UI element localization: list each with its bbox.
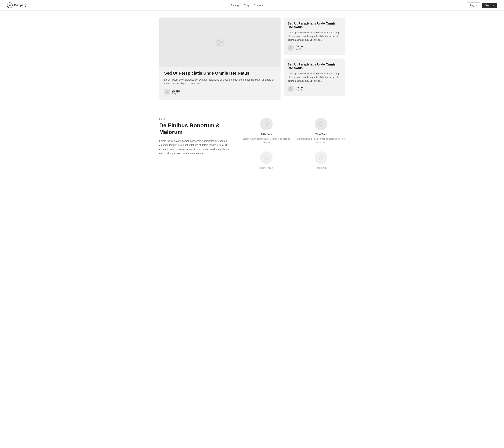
feature-desc-two: Lorem ipsum dolor sit amet, consect adip… (297, 137, 345, 144)
svg-marker-5 (264, 121, 269, 126)
avatar-icon (289, 87, 292, 91)
nav-link-blog[interactable]: Blog (244, 4, 249, 7)
star-icon (318, 155, 324, 160)
side-card-1-avatar (288, 44, 294, 51)
feature-icon-circle-four (315, 151, 327, 164)
feature-icon-circle-three (260, 151, 273, 164)
brand-name: Company (14, 4, 27, 7)
svg-marker-8 (319, 155, 324, 160)
hero-main-avatar (164, 89, 170, 95)
hero-main-card[interactable]: Sed Ut Perspiciatis Unde Omnis Iste Natu… (159, 18, 281, 100)
nav-link-pricing[interactable]: Pricing (231, 4, 239, 7)
hero-main-author-name: Author (172, 89, 180, 92)
feature-icon-circle-two (315, 118, 327, 130)
feature-item-title-four: Title Four (297, 151, 345, 171)
feature-icon-circle-one (260, 118, 273, 130)
hero-main-author-row: Author May 2 (164, 89, 276, 95)
star-icon (264, 121, 269, 127)
navbar: © Company Pricing Blog Contact Log In Si… (0, 0, 504, 11)
features-grid: Title One Lorem ipsum dolor sit amet, co… (243, 118, 345, 171)
features-title: De Finibus Bonorum & Malorum (159, 122, 232, 136)
hero-card-content: Sed Ut Perspiciatis Unde Omnis Iste Natu… (159, 67, 281, 100)
star-icon (318, 121, 324, 127)
hero-image-placeholder (159, 18, 281, 67)
avatar-icon (289, 46, 292, 49)
star-icon (264, 155, 269, 160)
side-card-1-author-info: Author May 2 (296, 45, 304, 50)
brand[interactable]: © Company (7, 2, 27, 8)
feature-title-one: Title One (261, 133, 272, 136)
side-card-1[interactable]: Sed Ut Perspiciatis Unde Omnis Iste Natu… (284, 18, 345, 55)
hero-card-title: Sed Ut Perspiciatis Unde Omnis Iste Natu… (164, 71, 276, 76)
side-cards: Sed Ut Perspiciatis Unde Omnis Iste Natu… (284, 18, 345, 100)
side-card-2[interactable]: Sed Ut Perspiciatis Unde Omnis Iste Natu… (284, 58, 345, 96)
svg-marker-6 (319, 121, 324, 126)
features-desc: Lorem ipsum dolor sit amet, consectetur … (159, 139, 232, 156)
side-card-2-author-row: Author Apr 29 (288, 86, 341, 92)
side-card-1-author-row: Author May 2 (288, 44, 341, 51)
side-card-2-author-name: Author (296, 86, 304, 89)
feature-item-title-one: Title One Lorem ipsum dolor sit amet, co… (243, 118, 290, 144)
features-label: Label (159, 118, 232, 120)
feature-title-three: Title Three (260, 166, 273, 169)
side-card-2-author-info: Author Apr 29 (296, 86, 304, 91)
avatar-icon (165, 90, 169, 94)
feature-item-title-three: Title Three (243, 151, 290, 171)
side-card-1-title: Sed Ut Perspiciatis Unde Omnis Iste Natu… (288, 22, 341, 29)
login-button[interactable]: Log In (467, 2, 480, 8)
feature-title-two: Title Two (315, 133, 326, 136)
signup-button[interactable]: Sign Up (482, 3, 497, 8)
brand-icon: © (7, 2, 13, 8)
side-card-1-author-name: Author (296, 45, 304, 48)
hero-main-author-info: Author May 2 (172, 89, 180, 95)
features-text: Label De Finibus Bonorum & Malorum Lorem… (159, 118, 232, 156)
side-card-2-desc: Lorem ipsum dolor sit amet, consectetur … (288, 72, 341, 83)
svg-point-4 (290, 87, 291, 89)
svg-point-2 (167, 91, 168, 92)
feature-item-title-two: Title Two Lorem ipsum dolor sit amet, co… (297, 118, 345, 144)
feature-desc-one: Lorem ipsum dolor sit amet, consect adip… (243, 137, 290, 144)
nav-links: Pricing Blog Contact (231, 4, 263, 7)
svg-marker-7 (264, 155, 269, 160)
side-card-2-title: Sed Ut Perspiciatis Unde Omnis Iste Natu… (288, 63, 341, 70)
hero-section: Sed Ut Perspiciatis Unde Omnis Iste Natu… (156, 18, 348, 100)
side-card-2-avatar (288, 86, 294, 92)
features-section: Label De Finibus Bonorum & Malorum Lorem… (156, 107, 348, 181)
navbar-actions: Log In Sign Up (467, 2, 497, 8)
nav-link-contact[interactable]: Contact (254, 4, 263, 7)
image-placeholder-icon (216, 38, 224, 46)
side-card-1-author-date: May 2 (296, 48, 304, 50)
hero-card-desc: Lorem ipsum dolor sit amet, consectetur … (164, 78, 276, 86)
hero-main-author-date: May 2 (172, 92, 180, 95)
feature-title-four: Title Four (315, 166, 327, 169)
side-card-1-desc: Lorem ipsum dolor sit amet, consectetur … (288, 31, 341, 42)
svg-point-3 (290, 46, 291, 48)
side-card-2-author-date: Apr 29 (296, 89, 304, 91)
svg-point-1 (218, 40, 219, 41)
